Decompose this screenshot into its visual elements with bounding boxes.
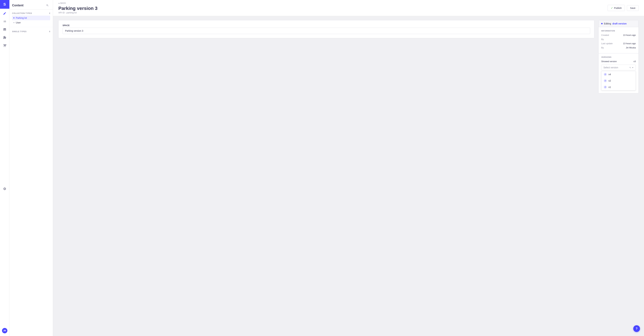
cursor-icon: ↖ xyxy=(630,66,631,69)
version-item-v1[interactable]: v1 xyxy=(602,84,636,90)
header-actions: ✓ Publish Save xyxy=(608,5,639,11)
publish-label: Publish xyxy=(614,7,622,9)
created-value: 13 hours ago xyxy=(623,34,636,36)
form-card: Space xyxy=(58,20,594,38)
nav-store[interactable] xyxy=(0,41,10,50)
icon-bar: S JM xyxy=(0,0,10,336)
title-section: ◂ BACK Parking version 3 API ID : parkin… xyxy=(58,2,98,14)
refresh-icon-2 xyxy=(604,80,606,82)
showed-version-row: Showed version v3 xyxy=(601,60,636,63)
search-icon xyxy=(46,4,49,7)
versions-section: VERSIONS Showed version v3 Select versio… xyxy=(598,53,638,93)
showed-version-label: Showed version xyxy=(601,60,617,63)
page-title: Parking version 3 xyxy=(58,6,98,11)
nav-list[interactable] xyxy=(0,17,10,25)
sidebar-header: Content xyxy=(10,0,53,9)
version-item-v4[interactable]: v4 xyxy=(602,71,636,78)
sidebar: Content COLLECTION TYPES 2 Parking lot U… xyxy=(10,0,53,336)
collection-types-label: COLLECTION TYPES xyxy=(12,12,32,14)
breadcrumb: ◂ BACK xyxy=(58,2,98,4)
main-area: ◂ BACK Parking version 3 API ID : parkin… xyxy=(53,0,644,336)
version-dropdown-menu: v4 v2 v1 xyxy=(601,71,636,90)
active-dot xyxy=(14,17,14,18)
collection-types-header: COLLECTION TYPES 2 xyxy=(12,12,50,14)
cart-icon xyxy=(3,44,6,47)
versions-section-title: VERSIONS xyxy=(601,56,636,58)
draft-banner: Editing draft version xyxy=(598,20,638,27)
collection-types-section: COLLECTION TYPES 2 Parking lot User xyxy=(10,9,53,26)
sidebar-title: Content xyxy=(12,4,24,7)
last-update-value: 13 hours ago xyxy=(623,42,636,45)
panel-card: Editing draft version INFORMATION Create… xyxy=(598,20,639,93)
last-update-label: Last update xyxy=(601,42,613,45)
sidebar-item-label: User xyxy=(16,21,21,24)
nav-content[interactable] xyxy=(0,9,10,17)
nav-settings[interactable] xyxy=(0,185,10,193)
user-avatar-container[interactable]: JM xyxy=(2,328,8,333)
created-label: Created xyxy=(601,34,609,36)
by-row-2: By Jiri Mouka xyxy=(601,46,636,49)
refresh-icon-3 xyxy=(604,86,606,88)
collection-types-count: 2 xyxy=(49,12,50,14)
list-icon xyxy=(3,20,6,23)
logo-letter: S xyxy=(3,2,6,6)
single-types-label: SINGLE TYPES xyxy=(12,30,26,32)
help-button-label: ? xyxy=(636,327,638,331)
avatar: JM xyxy=(2,328,8,333)
space-input[interactable] xyxy=(62,28,590,34)
showed-version-value: v3 xyxy=(634,60,636,63)
form-area: Space xyxy=(58,20,594,332)
image-icon xyxy=(3,28,6,31)
version-label-v1: v1 xyxy=(608,86,611,88)
by-label-1: By xyxy=(601,38,604,40)
back-link[interactable]: BACK xyxy=(60,2,66,4)
puzzle-icon xyxy=(3,36,6,39)
single-types-count: 0 xyxy=(49,30,50,32)
content-header: ◂ BACK Parking version 3 API ID : parkin… xyxy=(53,0,644,16)
chevron-down-icon: ▼ xyxy=(632,67,634,68)
draft-editing-label: Editing xyxy=(604,22,611,25)
information-section: INFORMATION Created 13 hours ago By Last… xyxy=(598,27,638,53)
by-value-2: Jiri Mouka xyxy=(626,46,636,49)
select-version-dropdown[interactable]: Select version ↖ ▼ xyxy=(601,65,636,70)
settings-icon xyxy=(3,187,6,190)
save-label: Save xyxy=(630,7,636,9)
content-body: Space Editing draft version INFORMATION xyxy=(53,16,644,336)
version-icon-v1 xyxy=(604,86,607,89)
api-id: API ID : parking-lot xyxy=(58,11,98,14)
edit-icon xyxy=(3,12,6,15)
created-row: Created 13 hours ago xyxy=(601,34,636,36)
version-icon-v4 xyxy=(604,73,607,76)
draft-bold-label: draft version xyxy=(612,22,627,25)
sidebar-item-label: Parking lot xyxy=(16,16,27,19)
space-field-label: Space xyxy=(62,24,590,27)
single-types-header: SINGLE TYPES 0 xyxy=(12,30,50,32)
version-label-v4: v4 xyxy=(608,73,611,76)
save-button[interactable]: Save xyxy=(627,5,639,11)
dropdown-icons: ↖ ▼ xyxy=(630,66,634,69)
right-panel: Editing draft version INFORMATION Create… xyxy=(598,20,639,332)
help-button[interactable]: ? xyxy=(633,325,640,332)
info-section-title: INFORMATION xyxy=(601,30,636,32)
nav-media[interactable] xyxy=(0,25,10,33)
check-icon: ✓ xyxy=(611,6,613,9)
sidebar-item-user[interactable]: User xyxy=(12,20,50,25)
single-types-section: SINGLE TYPES 0 xyxy=(10,28,53,35)
sidebar-separator xyxy=(10,27,53,27)
sidebar-item-parking-lot[interactable]: Parking lot xyxy=(12,15,50,20)
inactive-dot xyxy=(14,22,14,23)
app-logo[interactable]: S xyxy=(0,0,10,9)
refresh-icon xyxy=(604,74,606,75)
draft-text: Editing draft version xyxy=(604,22,626,25)
sidebar-search-button[interactable] xyxy=(45,3,50,8)
version-item-v2[interactable]: v2 xyxy=(602,78,636,84)
by-label-2: By xyxy=(601,46,604,49)
version-icon-v2 xyxy=(604,79,607,82)
select-version-placeholder: Select version xyxy=(604,66,618,69)
nav-plugins[interactable] xyxy=(0,33,10,41)
by-row-1: By xyxy=(601,38,636,40)
draft-dot xyxy=(601,23,602,24)
version-label-v2: v2 xyxy=(608,79,611,82)
publish-button[interactable]: ✓ Publish xyxy=(608,5,625,11)
last-update-row: Last update 13 hours ago xyxy=(601,42,636,45)
